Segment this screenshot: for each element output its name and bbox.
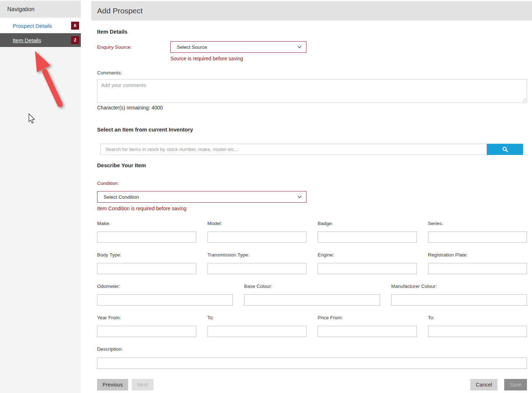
condition-selected-value: Select Condition xyxy=(104,194,139,200)
condition-label: Condition: xyxy=(97,181,527,186)
characters-remaining: Character(s) remaining: 4000 xyxy=(97,105,527,111)
previous-button[interactable]: Previous xyxy=(97,379,128,390)
registration-plate-label: Registration Plate: xyxy=(428,252,527,258)
odometer-label: Odometer: xyxy=(97,284,233,289)
prospect-details-badge: 6 xyxy=(71,22,79,30)
field-row-4: Year From: To: Price From: To: xyxy=(97,315,527,337)
inventory-search-row xyxy=(100,144,527,155)
field-row-2: Body Type: Transmission Type: Engine: Re… xyxy=(97,252,527,274)
chevron-down-icon xyxy=(297,195,302,198)
describe-item-heading: Describe Your Item xyxy=(97,162,527,168)
year-from-input[interactable] xyxy=(97,326,196,337)
enquiry-source-select[interactable]: Select Source xyxy=(170,41,306,53)
year-from-label: Year From: xyxy=(97,315,196,320)
price-to-input[interactable] xyxy=(428,326,527,337)
badge-input[interactable] xyxy=(318,232,417,243)
field-model: Model: xyxy=(208,221,307,243)
field-registration-plate: Registration Plate: xyxy=(428,252,527,274)
engine-label: Engine: xyxy=(318,252,417,258)
comments-textarea[interactable] xyxy=(97,79,527,103)
sidebar-title-label: Navigation xyxy=(7,6,35,13)
sidebar-item-label[interactable]: Item Details xyxy=(13,37,41,43)
odometer-input[interactable] xyxy=(97,294,233,306)
field-manufacturer-colour: Manufacturer Colour: xyxy=(391,284,527,306)
year-to-input[interactable] xyxy=(208,326,307,337)
transmission-type-label: Transmission Type: xyxy=(208,252,307,258)
registration-plate-input[interactable] xyxy=(428,263,527,274)
sidebar-title: Navigation xyxy=(0,1,81,17)
enquiry-source-selected-value: Select Source xyxy=(177,44,207,50)
field-make: Make: xyxy=(97,221,196,243)
description-input[interactable] xyxy=(97,358,527,369)
item-details-heading: Item Details xyxy=(97,29,527,35)
enquiry-source-row: Enquiry Source: Select Source Source is … xyxy=(97,41,527,61)
comments-wrap xyxy=(97,79,527,103)
inventory-heading: Select an Item from current Inventory xyxy=(97,126,527,133)
search-icon xyxy=(502,146,508,152)
chevron-down-icon xyxy=(297,46,302,48)
price-to-label: To: xyxy=(428,315,527,320)
enquiry-source-label: Enquiry Source: xyxy=(97,44,170,50)
year-to-label: To: xyxy=(208,315,307,320)
body-type-label: Body Type: xyxy=(97,252,196,258)
next-button[interactable]: Next xyxy=(132,379,153,390)
field-odometer: Odometer: xyxy=(97,284,233,306)
sidebar-item-item-details[interactable]: Item Details 2 xyxy=(0,33,81,47)
series-input[interactable] xyxy=(428,232,527,243)
page-title: Add Prospect xyxy=(97,7,143,15)
sidebar-item-label[interactable]: Prospect Details xyxy=(13,23,52,29)
field-engine: Engine: xyxy=(318,252,417,274)
make-label: Make: xyxy=(97,221,196,226)
field-price-to: To: xyxy=(428,315,527,337)
make-input[interactable] xyxy=(97,232,196,243)
condition-error: Item Condition is required before saving xyxy=(97,206,527,211)
body-type-input[interactable] xyxy=(97,263,196,274)
base-colour-label: Base Colour: xyxy=(244,284,380,289)
page-title-band: Add Prospect xyxy=(91,1,532,21)
form-footer: Previous Next Cancel Save xyxy=(97,379,527,390)
search-button[interactable] xyxy=(487,144,523,155)
main-panel: Add Prospect Item Details Enquiry Source… xyxy=(91,0,532,393)
enquiry-source-error: Source is required before saving xyxy=(170,56,306,61)
field-series: Series: xyxy=(428,221,527,243)
base-colour-input[interactable] xyxy=(244,294,380,306)
field-row-1: Make: Model: Badge: Series: xyxy=(97,221,527,243)
sidebar-item-prospect-details[interactable]: Prospect Details 6 xyxy=(0,19,81,33)
comments-label: Comments: xyxy=(97,70,527,75)
price-from-label: Price From: xyxy=(318,315,417,320)
price-from-input[interactable] xyxy=(318,326,417,337)
cancel-button[interactable]: Cancel xyxy=(470,379,497,390)
field-badge: Badge: xyxy=(318,221,417,243)
item-details-badge: 2 xyxy=(71,36,79,44)
field-transmission-type: Transmission Type: xyxy=(208,252,307,274)
field-row-3: Odometer: Base Colour: Manufacturer Colo… xyxy=(97,284,527,306)
transmission-type-input[interactable] xyxy=(208,263,307,274)
series-label: Series: xyxy=(428,221,527,226)
manufacturer-colour-input[interactable] xyxy=(391,294,527,306)
field-base-colour: Base Colour: xyxy=(244,284,380,306)
field-year-from: Year From: xyxy=(97,315,196,337)
manufacturer-colour-label: Manufacturer Colour: xyxy=(391,284,527,289)
inventory-search-input[interactable] xyxy=(100,144,487,155)
condition-select[interactable]: Select Condition xyxy=(97,191,306,203)
model-input[interactable] xyxy=(208,232,307,243)
badge-label: Badge: xyxy=(318,221,417,226)
sidebar: Navigation Prospect Details 6 Item Detai… xyxy=(0,0,81,393)
form-content: Item Details Enquiry Source: Select Sour… xyxy=(91,29,532,390)
field-year-to: To: xyxy=(208,315,307,337)
resize-handle-icon[interactable] xyxy=(522,98,526,102)
description-label: Description: xyxy=(97,346,527,352)
engine-input[interactable] xyxy=(318,263,417,274)
save-button[interactable]: Save xyxy=(504,379,527,390)
field-price-from: Price From: xyxy=(318,315,417,337)
model-label: Model: xyxy=(208,221,307,226)
field-body-type: Body Type: xyxy=(97,252,196,274)
